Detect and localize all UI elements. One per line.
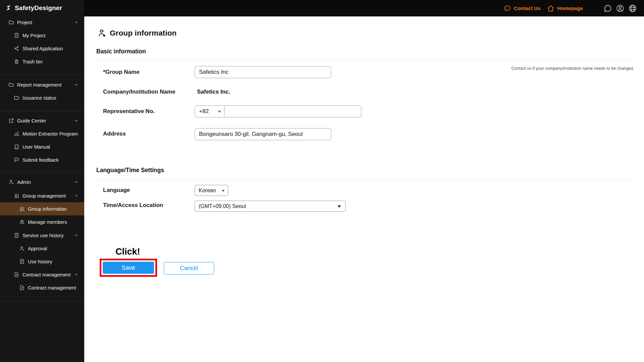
group-name-label: *Group Name <box>103 69 140 75</box>
brand-icon <box>5 4 12 12</box>
save-highlight-box: Save <box>100 259 157 277</box>
group-name-input[interactable] <box>195 66 331 78</box>
country-code-select[interactable]: +82 <box>195 105 225 117</box>
sidebar: SafetyDesigner Project My Project Shared… <box>0 0 84 362</box>
account-icon[interactable] <box>616 4 625 13</box>
address-label: Address <box>103 131 126 137</box>
homepage-label: Homepage <box>557 5 583 11</box>
page-header: Group information <box>97 29 177 38</box>
sidebar-item-trash-bin[interactable]: Trash bin <box>0 55 84 68</box>
admin-person-icon <box>8 179 14 185</box>
brand-logo[interactable]: SafetyDesigner <box>5 3 62 13</box>
company-name-value: Safetics Inc. <box>197 89 230 95</box>
sidebar-item-approval[interactable]: Approval <box>0 242 84 255</box>
chevron-up-icon[interactable] <box>74 20 79 24</box>
sidebar-item-contract-management[interactable]: Contract management <box>0 268 84 281</box>
document-icon <box>14 33 19 38</box>
chevron-up-icon[interactable] <box>74 83 79 87</box>
representative-no-label: Representative No. <box>103 108 155 115</box>
feedback-bubble-icon <box>14 157 19 163</box>
sidebar-item-group-management[interactable]: Group management <box>0 189 84 202</box>
save-button[interactable]: Save <box>103 262 154 274</box>
contact-us-link[interactable]: Contact Us <box>503 4 540 12</box>
globe-icon[interactable] <box>628 4 637 13</box>
sidebar-item-motion-extractor-program[interactable]: Motion Extractor Program <box>0 127 84 140</box>
topbar: Contact Us Homepage <box>0 0 644 16</box>
chevron-up-icon[interactable] <box>74 272 79 277</box>
topbar-actions: Contact Us Homepage <box>503 0 637 16</box>
motion-extractor-icon <box>14 131 19 137</box>
chevron-up-icon[interactable] <box>74 180 79 184</box>
sidebar-item-my-project[interactable]: My Project <box>0 29 84 42</box>
cancel-button[interactable]: Cancel <box>164 262 214 274</box>
page-title: Group information <box>110 29 177 38</box>
chevron-up-icon[interactable] <box>74 118 79 123</box>
contract-icon <box>14 272 19 277</box>
person-icon <box>19 246 25 251</box>
sidebar-item-shared-application[interactable]: Shared Application <box>0 42 84 55</box>
section-divider <box>96 179 634 180</box>
sidebar-item-guide-center[interactable]: Guide Center <box>0 114 84 127</box>
sidebar-item-service-use-history[interactable]: Service use history <box>0 229 84 242</box>
sidebar-item-user-manual[interactable]: User Manual <box>0 140 84 153</box>
history-document-icon <box>14 232 19 238</box>
language-time-settings-title: Language/Time Settings <box>96 167 164 174</box>
group-info-icon <box>97 29 107 38</box>
representative-no-field: +82 <box>195 105 361 117</box>
chevron-up-icon[interactable] <box>74 194 79 198</box>
chevron-up-icon[interactable] <box>74 233 79 238</box>
phone-number-input[interactable] <box>225 105 361 117</box>
dropdown-caret-icon <box>338 205 341 208</box>
click-hint: Click! <box>115 247 140 257</box>
members-icon <box>19 219 25 225</box>
sidebar-item-project[interactable]: Project <box>0 16 84 29</box>
homepage-link[interactable]: Homepage <box>547 4 583 12</box>
document-icon <box>19 259 25 264</box>
language-select[interactable]: Korean <box>195 185 228 196</box>
sidebar-item-contract-management-sub[interactable]: Contract management <box>0 281 84 294</box>
sidebar-divider <box>0 111 84 111</box>
group-icon <box>14 193 19 199</box>
folder-icon <box>8 19 14 25</box>
sidebar-item-group-information[interactable]: Group information <box>0 202 84 215</box>
language-label: Language <box>103 187 130 194</box>
sidebar-item-manage-members[interactable]: Manage members <box>0 215 84 228</box>
chat-icon[interactable] <box>603 4 612 13</box>
basic-information-title: Basic information <box>96 48 146 55</box>
timezone-select[interactable]: (GMT+09:00) Seoul <box>195 201 346 212</box>
main-content: Group information Basic information Cont… <box>84 16 644 362</box>
address-input[interactable] <box>195 128 331 140</box>
dropdown-caret-icon <box>218 111 221 113</box>
home-icon <box>547 4 555 12</box>
dropdown-caret-icon <box>222 190 225 192</box>
folder-icon <box>14 95 19 101</box>
company-name-note: Contact us if your company/institution n… <box>511 66 634 71</box>
contact-bubble-icon <box>503 4 511 12</box>
timezone-label: Time/Access Location <box>103 202 163 209</box>
sidebar-item-use-history[interactable]: Use history <box>0 255 84 268</box>
sidebar-divider <box>0 301 84 301</box>
sidebar-divider <box>0 74 84 75</box>
sidebar-divider <box>0 172 84 173</box>
contract-icon <box>19 285 25 291</box>
company-name-label: Company/Institution Name <box>103 89 175 95</box>
sidebar-item-report-management[interactable]: Report management <box>0 78 84 91</box>
trash-icon <box>14 59 19 64</box>
sidebar-item-submit-feedback[interactable]: Submit feedback <box>0 153 84 166</box>
share-icon <box>14 46 19 51</box>
book-icon <box>14 144 19 150</box>
sidebar-item-admin[interactable]: Admin <box>0 175 84 189</box>
external-link-icon <box>8 118 14 123</box>
group-icon <box>19 206 25 212</box>
section-divider <box>96 60 634 61</box>
contact-us-label: Contact Us <box>514 5 540 11</box>
folder-icon <box>8 82 14 88</box>
brand-name: SafetyDesigner <box>15 4 62 12</box>
sidebar-item-issuance-status[interactable]: Issuance status <box>0 91 84 104</box>
